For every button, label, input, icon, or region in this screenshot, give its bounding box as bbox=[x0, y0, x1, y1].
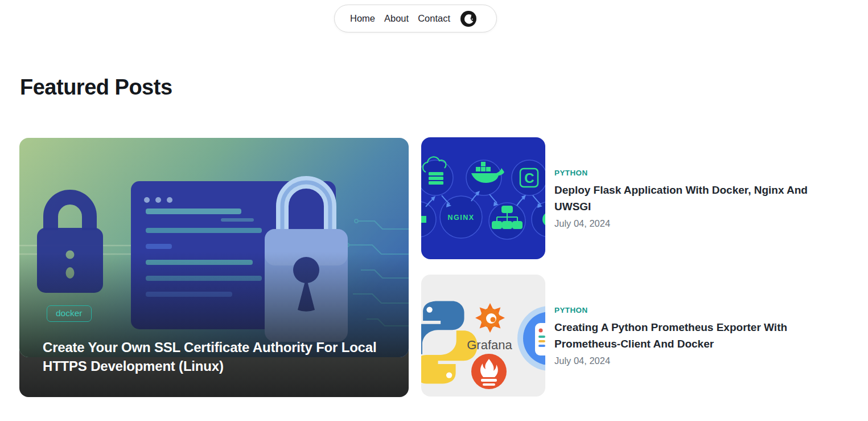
prometheus-logo-icon bbox=[471, 354, 507, 389]
docker-nginx-diagram-image: C NGINX bbox=[421, 137, 545, 259]
grafana-label: Grafana bbox=[467, 338, 512, 352]
nav-link-home[interactable]: Home bbox=[350, 13, 375, 24]
page: Home About Contact Featured Posts bbox=[0, 0, 868, 421]
page-title: Featured Posts bbox=[20, 75, 172, 100]
post-thumbnail[interactable]: C NGINX bbox=[421, 137, 545, 259]
post-card-prometheus-exporter[interactable]: Grafana P bbox=[421, 275, 820, 397]
moon-icon bbox=[460, 11, 476, 27]
post-title[interactable]: Creating A Python Prometheus Exporter Wi… bbox=[554, 319, 812, 352]
post-category[interactable]: PYTHON bbox=[554, 169, 588, 177]
image-gradient-overlay bbox=[19, 138, 409, 357]
theme-toggle-button[interactable] bbox=[460, 11, 476, 27]
featured-post-title[interactable]: Create Your Own SSL Certificate Authorit… bbox=[43, 338, 409, 375]
post-thumbnail[interactable]: Grafana bbox=[421, 275, 545, 397]
python-grafana-prometheus-image: Grafana bbox=[421, 275, 545, 397]
post-title[interactable]: Deploy Flask Application With Docker, Ng… bbox=[554, 182, 812, 215]
svg-text:C: C bbox=[524, 170, 534, 186]
nav-link-contact[interactable]: Contact bbox=[418, 13, 450, 24]
featured-post-card[interactable]: docker Create Your Own SSL Certificate A… bbox=[19, 138, 409, 397]
nav-link-about[interactable]: About bbox=[384, 13, 409, 24]
featured-post-image[interactable]: docker bbox=[19, 138, 409, 357]
post-category[interactable]: PYTHON bbox=[554, 306, 588, 314]
tag-docker[interactable]: docker bbox=[47, 305, 92, 322]
post-card-flask-docker[interactable]: C NGINX PYTHON bbox=[421, 137, 820, 259]
grafana-logo-icon bbox=[475, 303, 505, 333]
nginx-label: NGINX bbox=[447, 214, 474, 222]
partial-icon-left bbox=[421, 216, 426, 223]
post-date: July 04, 2024 bbox=[554, 218, 610, 229]
top-nav: Home About Contact bbox=[334, 5, 497, 32]
post-date: July 04, 2024 bbox=[554, 355, 610, 366]
